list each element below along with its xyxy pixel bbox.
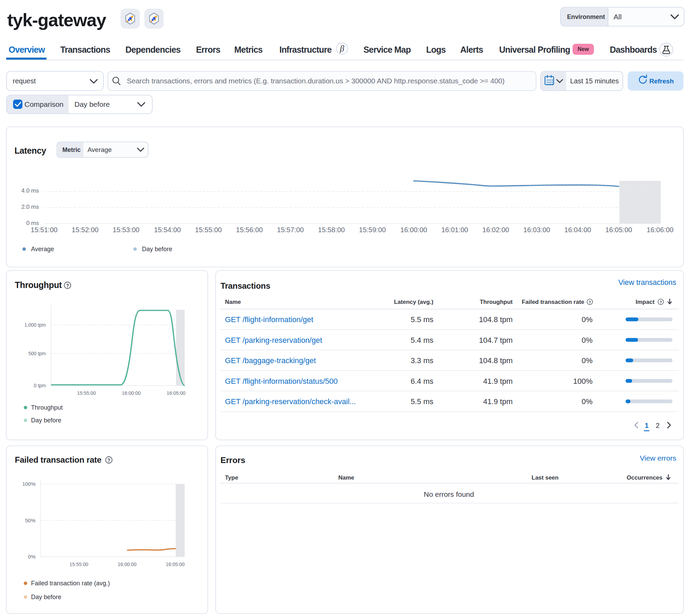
svg-text:Dashboards: Dashboards [610,45,657,54]
svg-text:15:55:00: 15:55:00 [70,562,89,567]
svg-text:Metric: Metric [62,146,81,153]
svg-text:16:01:00: 16:01:00 [441,226,468,234]
svg-text:Latency (avg.): Latency (avg.) [394,299,433,305]
svg-text:β: β [340,44,344,53]
svg-text:GET /parking-reservation/get: GET /parking-reservation/get [225,336,322,345]
svg-text:Name: Name [338,474,354,481]
svg-text:16:05:00: 16:05:00 [167,390,186,396]
svg-text:5.5 ms: 5.5 ms [411,315,433,324]
svg-text:Last 15 minutes: Last 15 minutes [570,77,619,85]
svg-text:104.8 tpm: 104.8 tpm [479,356,513,365]
svg-text:15:55:00: 15:55:00 [77,390,96,396]
svg-text:16:02:00: 16:02:00 [482,226,509,234]
svg-text:Impact: Impact [636,299,655,305]
svg-text:Average: Average [88,146,112,153]
svg-text:All: All [614,13,621,21]
svg-text:?: ? [107,458,111,463]
svg-text:104.7 tpm: 104.7 tpm [479,336,513,345]
svg-text:View errors: View errors [640,454,676,462]
svg-text:GET /baggage-tracking/get: GET /baggage-tracking/get [225,356,316,365]
svg-text:16:04:00: 16:04:00 [564,226,591,234]
svg-text:15:55:00: 15:55:00 [195,226,222,234]
svg-text:Transactions: Transactions [220,281,270,290]
svg-text:Errors: Errors [220,455,245,465]
svg-text:16:00:00: 16:00:00 [400,226,427,234]
svg-text:Failed transaction rate (avg.): Failed transaction rate (avg.) [31,580,110,587]
svg-text:15:56:00: 15:56:00 [236,226,263,234]
svg-text:6.4 ms: 6.4 ms [411,377,433,386]
svg-text:Day before: Day before [31,417,61,424]
svg-text:Service Map: Service Map [363,45,411,54]
svg-text:Infrastructure: Infrastructure [279,45,332,54]
svg-text:Errors: Errors [196,45,220,54]
svg-text:15:59:00: 15:59:00 [359,226,386,234]
svg-text:New: New [578,46,589,52]
svg-text:Comparison: Comparison [24,100,63,108]
svg-text:16:03:00: 16:03:00 [523,226,550,234]
svg-text:tyk-gateway: tyk-gateway [7,10,106,30]
svg-text:104.8 tpm: 104.8 tpm [479,315,513,324]
svg-text:Transactions: Transactions [60,45,110,54]
svg-text:500 tpm: 500 tpm [28,351,46,356]
svg-text:Throughput: Throughput [480,299,513,305]
svg-text:?: ? [660,300,662,304]
svg-text:?: ? [589,300,591,304]
svg-text:2.0 ms: 2.0 ms [21,204,39,210]
svg-text:Metrics: Metrics [234,45,263,54]
svg-text:Last seen: Last seen [532,474,558,481]
svg-text:3.3 ms: 3.3 ms [411,356,433,365]
svg-text:Name: Name [225,299,241,305]
svg-text:16:06:00: 16:06:00 [647,226,673,234]
svg-text:No errors found: No errors found [424,490,474,498]
svg-text:Logs: Logs [426,45,446,54]
svg-text:request: request [13,77,36,85]
svg-text:Refresh: Refresh [649,78,674,85]
svg-text:5.4 ms: 5.4 ms [411,336,433,345]
svg-text:15:58:00: 15:58:00 [318,226,345,234]
svg-text:15:52:00: 15:52:00 [72,226,99,234]
svg-text:100%: 100% [22,481,35,487]
svg-text:100%: 100% [573,377,593,386]
svg-text:Average: Average [31,246,54,253]
svg-text:15:51:00: 15:51:00 [31,226,58,234]
svg-text:Day before: Day before [142,246,172,253]
svg-text:16:05:00: 16:05:00 [605,226,632,234]
svg-text:0%: 0% [582,356,593,365]
svg-text:1,000 tpm: 1,000 tpm [24,322,46,328]
svg-text:1: 1 [645,422,648,429]
svg-text:50%: 50% [25,517,35,523]
svg-text:41.9 tpm: 41.9 tpm [483,377,513,386]
svg-text:View transactions: View transactions [618,278,676,287]
svg-text:GET /parking-reservation/check: GET /parking-reservation/check-avail... [225,397,356,406]
svg-text:41.9 tpm: 41.9 tpm [483,397,513,406]
svg-text:Day before: Day before [31,594,61,600]
svg-text:Type: Type [225,474,238,481]
svg-text:16:05:00: 16:05:00 [166,562,185,567]
svg-text:0%: 0% [582,397,593,406]
svg-text:Dependencies: Dependencies [125,45,181,54]
svg-text:0%: 0% [582,315,593,324]
svg-text:2: 2 [656,422,659,429]
svg-text:0%: 0% [28,554,35,559]
svg-text:15:57:00: 15:57:00 [277,226,304,234]
svg-text:Latency: Latency [14,146,46,155]
svg-text:5.5 ms: 5.5 ms [411,397,433,406]
svg-text:Day before: Day before [74,100,110,108]
svg-text:Search transactions, errors an: Search transactions, errors and metrics … [127,77,505,85]
svg-text:0%: 0% [582,336,593,345]
svg-text:Failed transaction rate: Failed transaction rate [522,299,584,305]
svg-text:Overview: Overview [9,45,45,54]
svg-text:Occurrences: Occurrences [627,474,662,481]
svg-text:Alerts: Alerts [460,45,483,54]
svg-text:Failed transaction rate: Failed transaction rate [15,455,101,464]
svg-text:Throughput: Throughput [15,280,62,290]
svg-text:Environment: Environment [567,13,605,20]
svg-text:Throughput: Throughput [31,404,63,411]
svg-text:Universal Profiling: Universal Profiling [499,45,570,54]
svg-text:15:54:00: 15:54:00 [154,226,181,234]
svg-text:16:00:00: 16:00:00 [122,390,141,396]
svg-text:GET /flight-information/get: GET /flight-information/get [225,315,313,324]
svg-text:16:00:00: 16:00:00 [118,562,137,567]
svg-text:0 tpm: 0 tpm [34,383,46,388]
svg-text:4.0 ms: 4.0 ms [21,187,39,194]
